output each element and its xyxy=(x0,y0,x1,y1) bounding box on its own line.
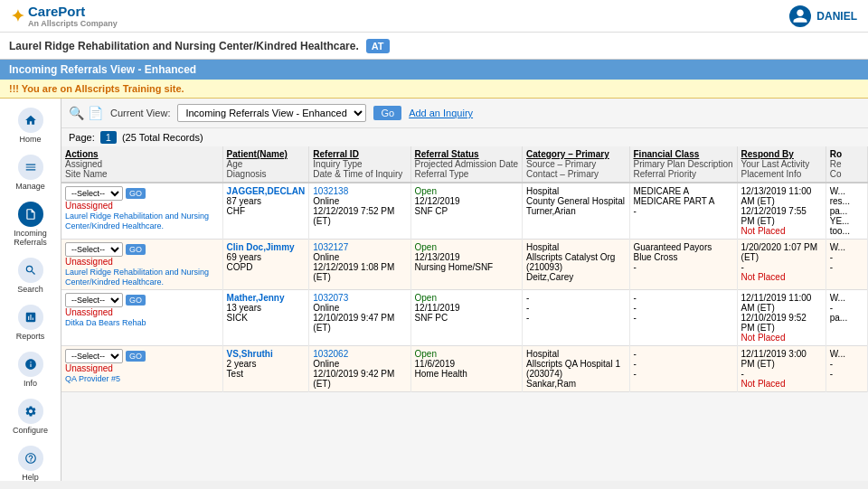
cell-ro-2: W... - pa... xyxy=(826,290,867,346)
referral-type-3: Home Health xyxy=(415,369,467,379)
cell-status-0: Open 12/12/2019 SNF CP xyxy=(410,183,523,240)
cell-patient-3: VS,Shruthi 2 years Test xyxy=(222,346,309,392)
row-go-button-2[interactable]: GO xyxy=(126,295,146,306)
sidebar-item-home[interactable]: Home xyxy=(0,102,61,149)
action-select-1[interactable]: --Select--AcceptDeclinePending xyxy=(65,242,123,257)
sidebar-item-search[interactable]: Search xyxy=(0,252,61,299)
category-3: Hospital xyxy=(526,349,559,359)
admission-date-1: 12/13/2019 xyxy=(415,252,460,262)
respond-by-0: 12/13/2019 11:00 AM (ET) xyxy=(741,186,812,206)
category-1: Hospital xyxy=(526,242,559,252)
cell-patient-1: Clin Doc,Jimmy 69 years COPD xyxy=(222,240,309,290)
col-header-category: Category – PrimarySource – PrimaryContac… xyxy=(523,146,629,183)
sidebar-item-info[interactable]: Info xyxy=(0,346,61,393)
unassigned-link-2[interactable]: Unassigned xyxy=(65,307,113,317)
toolbar-icons: 🔍 📄 xyxy=(69,106,103,120)
referral-id-2[interactable]: 1032073 xyxy=(313,293,348,303)
inquiry-date-3: 12/10/2019 9:42 PM (ET) xyxy=(313,369,394,389)
source-2: - xyxy=(526,303,529,313)
table-header-row: ActionsAssignedSite Name Patient(Name)Ag… xyxy=(61,146,868,183)
cell-patient-0: JAGGER,DECLAN 87 years CHF xyxy=(222,183,309,240)
sidebar-item-help[interactable]: Help xyxy=(0,440,61,487)
page-number[interactable]: 1 xyxy=(100,131,117,144)
main-layout: Home Manage Incoming Referrals Search Re… xyxy=(0,99,868,481)
page-label: Page: xyxy=(69,132,95,143)
table-body: --Select--AcceptDeclinePending GO Unassi… xyxy=(61,183,868,392)
unassigned-link-1[interactable]: Unassigned xyxy=(65,257,113,267)
action-select-3[interactable]: --Select--AcceptDeclinePending xyxy=(65,349,123,363)
patient-diagnosis-3: Test xyxy=(227,369,243,379)
referral-id-1[interactable]: 1032127 xyxy=(313,242,348,252)
patient-name-1[interactable]: Clin Doc,Jimmy xyxy=(227,242,295,252)
facility-bar: Laurel Ridge Rehabilitation and Nursing … xyxy=(0,33,868,60)
logo-name: CarePort xyxy=(28,4,85,19)
row-go-button-3[interactable]: GO xyxy=(126,351,146,362)
referral-id-3[interactable]: 1032062 xyxy=(313,349,348,359)
search-icon xyxy=(18,258,43,283)
reports-icon xyxy=(18,305,43,330)
go-button[interactable]: Go xyxy=(373,106,401,120)
last-activity-3: - xyxy=(741,369,744,379)
sidebar-item-incoming-referrals[interactable]: Incoming Referrals xyxy=(0,196,61,252)
info-icon xyxy=(18,352,43,377)
col-header-referral-id: Referral IDInquiry TypeDate & Time of In… xyxy=(309,146,410,183)
patient-age-3: 2 years xyxy=(227,359,257,369)
home-icon xyxy=(18,108,43,133)
table-row: --Select--AcceptDeclinePending GO Unassi… xyxy=(61,290,868,346)
inquiry-date-2: 12/10/2019 9:47 PM (ET) xyxy=(313,313,394,333)
document-toolbar-icon[interactable]: 📄 xyxy=(88,106,103,120)
cell-financial-1: Guaranteed Payors Blue Cross - xyxy=(629,240,737,290)
patient-name-0[interactable]: JAGGER,DECLAN xyxy=(227,186,306,196)
add-inquiry-link[interactable]: Add an Inquiry xyxy=(409,108,473,118)
sidebar-item-reports[interactable]: Reports xyxy=(0,299,61,346)
referral-id-0[interactable]: 1032138 xyxy=(313,186,348,196)
toolbar: 🔍 📄 Current View: Incoming Referrals Vie… xyxy=(61,99,868,128)
col-header-patient: Patient(Name)AgeDiagnosis xyxy=(222,146,309,183)
action-select-wrapper-0: --Select--AcceptDeclinePending GO xyxy=(65,186,219,201)
contact-0: Turner,Arian xyxy=(526,206,576,216)
admission-date-0: 12/12/2019 xyxy=(415,196,460,206)
search-toolbar-icon[interactable]: 🔍 xyxy=(69,106,84,120)
action-select-0[interactable]: --Select--AcceptDeclinePending xyxy=(65,186,123,201)
cell-financial-3: - - - xyxy=(629,346,737,392)
sidebar-manage-label: Manage xyxy=(15,182,45,191)
patient-diagnosis-1: COPD xyxy=(227,262,253,272)
top-bar: ✦ CarePort An Allscripts Company DANIEL xyxy=(0,0,868,33)
patient-diagnosis-0: CHF xyxy=(227,206,246,216)
table-row: --Select--AcceptDeclinePending GO Unassi… xyxy=(61,346,868,392)
patient-name-2[interactable]: Mather,Jenny xyxy=(227,293,285,303)
unassigned-link-3[interactable]: Unassigned xyxy=(65,363,113,373)
last-activity-0: 12/12/2019 7:55 PM (ET) xyxy=(741,206,807,226)
warning-text: !!! You are on Allscripts Training site. xyxy=(9,83,184,94)
table-container: ActionsAssignedSite Name Patient(Name)Ag… xyxy=(61,146,868,481)
patient-name-3[interactable]: VS,Shruthi xyxy=(227,349,273,359)
warning-bar: !!! You are on Allscripts Training site. xyxy=(0,80,868,99)
cell-ro-1: W... - - xyxy=(826,240,867,290)
priority-2: - xyxy=(634,313,637,323)
ro-2: W... xyxy=(830,293,845,303)
current-view-label: Current View: xyxy=(110,108,170,118)
re-1: - xyxy=(830,252,833,262)
cell-actions-1: --Select--AcceptDeclinePending GO Unassi… xyxy=(61,240,222,290)
sidebar-item-configure[interactable]: Configure xyxy=(0,393,61,440)
cell-respond-0: 12/13/2019 11:00 AM (ET) 12/12/2019 7:55… xyxy=(737,183,826,240)
incoming-referrals-icon xyxy=(18,202,43,227)
cell-referral-id-2: 1032073 Online 12/10/2019 9:47 PM (ET) xyxy=(309,290,410,346)
cell-category-1: Hospital Allscripts Catalyst Org (210093… xyxy=(523,240,629,290)
logo: ✦ CarePort An Allscripts Company xyxy=(11,4,118,28)
unassigned-link-0[interactable]: Unassigned xyxy=(65,201,113,211)
row-go-button-1[interactable]: GO xyxy=(126,244,146,255)
user-area[interactable]: DANIEL xyxy=(789,5,857,27)
admission-date-2: 12/11/2019 xyxy=(415,303,460,313)
co-0: pa... YE... too... xyxy=(830,206,850,236)
inquiry-date-0: 12/12/2019 7:52 PM (ET) xyxy=(313,206,394,226)
row-go-button-0[interactable]: GO xyxy=(126,188,146,199)
action-select-2[interactable]: --Select--AcceptDeclinePending xyxy=(65,293,123,307)
financial-class-1: Guaranteed Payors xyxy=(634,242,712,252)
view-select[interactable]: Incoming Referrals View - Enhanced xyxy=(177,104,366,122)
patient-diagnosis-2: SICK xyxy=(227,313,248,323)
user-avatar-icon xyxy=(789,5,811,27)
sidebar: Home Manage Incoming Referrals Search Re… xyxy=(0,99,61,481)
cell-patient-2: Mather,Jenny 13 years SICK xyxy=(222,290,309,346)
sidebar-item-manage[interactable]: Manage xyxy=(0,149,61,196)
